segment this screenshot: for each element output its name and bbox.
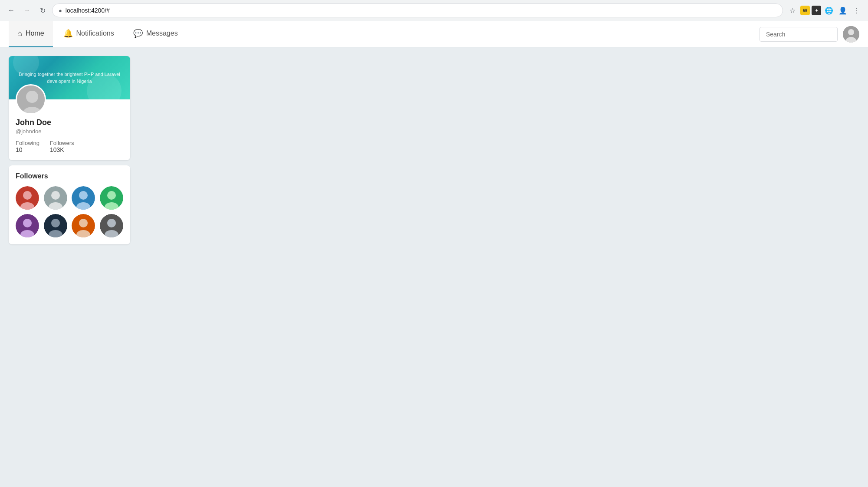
followers-grid (16, 186, 123, 237)
follower-avatar-2[interactable] (44, 186, 67, 210)
nav-notifications-label: Notifications (76, 30, 114, 37)
follower-avatar-4[interactable] (100, 186, 123, 210)
profile-stats: Following 10 Followers 103K (16, 140, 123, 153)
followers-card: Followers (9, 165, 130, 244)
lock-icon: ● (59, 7, 62, 14)
bell-icon: 🔔 (63, 29, 73, 38)
url-text: localhost:4200/# (66, 7, 776, 14)
nav-home[interactable]: ⌂ Home (9, 21, 53, 47)
browser-toolbar: ← → ↻ ● localhost:4200/# ☆ W ✦ 🌐 👤 ⋮ (0, 0, 868, 21)
extension-icon-1[interactable]: W (800, 6, 810, 15)
profile-name: John Doe (16, 118, 123, 127)
reload-button[interactable]: ↻ (36, 4, 49, 16)
browser-chrome: ← → ↻ ● localhost:4200/# ☆ W ✦ 🌐 👤 ⋮ (0, 0, 868, 21)
following-stat: Following 10 (16, 140, 39, 153)
following-count: 10 (16, 146, 39, 153)
svg-point-16 (107, 191, 116, 200)
profile-info: John Doe @johndoe Following 10 Followers… (9, 84, 130, 160)
followers-title: Followers (16, 172, 123, 180)
follower-avatar-3[interactable] (72, 186, 95, 210)
svg-point-22 (51, 219, 60, 227)
following-label: Following (16, 140, 39, 146)
followers-stat: Followers 103K (50, 140, 74, 153)
svg-point-25 (79, 219, 88, 227)
back-button[interactable]: ← (5, 4, 17, 16)
extensions-button[interactable]: 🌐 (823, 4, 835, 16)
profile-avatar-wrapper (16, 84, 123, 115)
follower-avatar-8[interactable] (100, 214, 123, 237)
profile-avatar[interactable] (16, 84, 46, 115)
forward-button[interactable]: → (21, 4, 33, 16)
home-icon: ⌂ (17, 29, 22, 38)
user-avatar-image (843, 26, 859, 43)
nav-notifications[interactable]: 🔔 Notifications (55, 21, 123, 47)
profile-card: Bringing together the brightest PHP and … (9, 56, 130, 160)
follower-avatar-1[interactable] (16, 186, 39, 210)
followers-label: Followers (50, 140, 74, 146)
nav-home-label: Home (26, 30, 44, 37)
nav-search-area (760, 26, 859, 43)
message-icon: 💬 (133, 29, 143, 38)
nav-items: ⌂ Home 🔔 Notifications 💬 Messages (9, 21, 760, 47)
browser-actions: ☆ W ✦ 🌐 👤 ⋮ (786, 4, 863, 16)
bookmark-button[interactable]: ☆ (786, 4, 799, 16)
profile-button[interactable]: 👤 (837, 4, 849, 16)
svg-point-28 (107, 219, 116, 227)
followers-count: 103K (50, 146, 74, 153)
app-navbar: ⌂ Home 🔔 Notifications 💬 Messages (0, 21, 868, 47)
main-content: Bringing together the brightest PHP and … (0, 47, 868, 253)
menu-button[interactable]: ⋮ (851, 4, 863, 16)
follower-avatar-5[interactable] (16, 214, 39, 237)
nav-messages-label: Messages (146, 30, 178, 37)
address-bar[interactable]: ● localhost:4200/# (52, 3, 783, 17)
svg-point-7 (23, 191, 32, 200)
nav-messages[interactable]: 💬 Messages (125, 21, 187, 47)
svg-point-10 (51, 191, 60, 200)
user-avatar-nav[interactable] (843, 26, 859, 43)
left-panel: Bringing together the brightest PHP and … (9, 56, 130, 244)
follower-avatar-7[interactable] (72, 214, 95, 237)
extension-icon-2[interactable]: ✦ (812, 6, 821, 15)
svg-point-13 (79, 191, 88, 200)
svg-point-19 (23, 219, 32, 227)
svg-point-4 (26, 91, 38, 103)
svg-point-1 (848, 29, 854, 35)
follower-avatar-6[interactable] (44, 214, 67, 237)
search-input[interactable] (760, 27, 838, 42)
profile-username: @johndoe (16, 128, 123, 135)
